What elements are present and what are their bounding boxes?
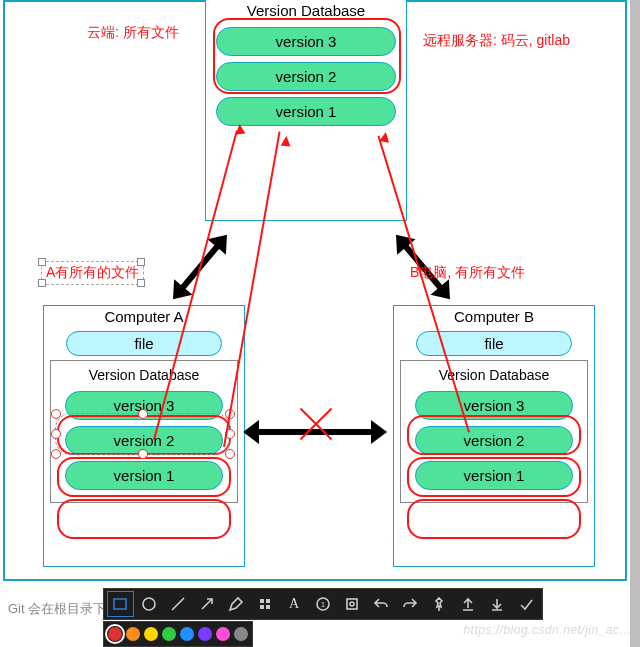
tool-confirm-icon[interactable] xyxy=(513,592,538,616)
palette-swatch[interactable] xyxy=(180,627,194,641)
scrollbar[interactable] xyxy=(630,0,640,647)
tool-marker-icon[interactable] xyxy=(253,592,278,616)
computer-b-version-database: Version Database version 3 version 2 ver… xyxy=(400,360,588,503)
svg-line-3 xyxy=(202,599,212,609)
svg-point-1 xyxy=(143,598,155,610)
selection-handle[interactable] xyxy=(38,258,46,266)
svg-rect-0 xyxy=(114,599,126,609)
computer-b-version-item: version 2 xyxy=(415,426,573,455)
tool-line-icon[interactable] xyxy=(166,592,191,616)
palette-swatch[interactable] xyxy=(144,627,158,641)
tool-arrow-icon[interactable] xyxy=(195,592,220,616)
computer-a-box: Computer A file Version Database version… xyxy=(43,305,245,567)
computer-a-title: Computer A xyxy=(44,306,244,327)
svg-line-2 xyxy=(172,598,184,610)
svg-rect-4 xyxy=(260,599,264,603)
annotation-a-has-selected[interactable]: A有所有的文件 xyxy=(41,261,144,285)
computer-a-db-title: Version Database xyxy=(55,365,233,385)
tool-undo-icon[interactable] xyxy=(368,592,393,616)
tool-step-icon[interactable]: 1 xyxy=(311,592,336,616)
color-palette xyxy=(103,621,253,647)
tool-redo-icon[interactable] xyxy=(397,592,422,616)
palette-swatch[interactable] xyxy=(198,627,212,641)
palette-swatch[interactable] xyxy=(126,627,140,641)
svg-rect-10 xyxy=(347,599,357,609)
computer-a-version-item: version 2 xyxy=(65,426,223,455)
annotation-toolbar: A 1 xyxy=(103,588,543,620)
watermark-text: https://blog.csdn.net/jin_ac… xyxy=(463,623,632,637)
tool-upload-icon[interactable] xyxy=(455,592,480,616)
diagram-frame: Version Database version 3 version 2 ver… xyxy=(3,0,627,581)
diagram-stage: Version Database version 3 version 2 ver… xyxy=(0,0,640,647)
sync-arrow-server-a xyxy=(151,217,248,317)
annotation-remote: 远程服务器: 码云, gitlab xyxy=(423,32,570,50)
tool-pin-icon[interactable] xyxy=(426,592,451,616)
server-version-item: version 1 xyxy=(216,97,396,126)
svg-rect-7 xyxy=(266,605,270,609)
palette-swatch[interactable] xyxy=(234,627,248,641)
server-title: Version Database xyxy=(206,0,406,21)
tool-text-icon[interactable]: A xyxy=(282,592,307,616)
tool-eraser-icon[interactable] xyxy=(340,592,365,616)
annotation-cloud: 云端: 所有文件 xyxy=(87,24,179,42)
computer-a-version-item: version 1 xyxy=(65,461,223,490)
palette-swatch[interactable] xyxy=(216,627,230,641)
server-version-item: version 3 xyxy=(216,27,396,56)
tool-rectangle-icon[interactable] xyxy=(108,592,133,616)
annotation-arrowhead xyxy=(379,131,391,143)
svg-text:1: 1 xyxy=(321,600,326,609)
annotation-b-has: B电脑, 有所有文件 xyxy=(410,264,525,282)
tool-pencil-icon[interactable] xyxy=(224,592,249,616)
selection-handle[interactable] xyxy=(38,279,46,287)
palette-swatch[interactable] xyxy=(162,627,176,641)
computer-b-version-item: version 3 xyxy=(415,391,573,420)
computer-b-db-title: Version Database xyxy=(405,365,583,385)
svg-rect-5 xyxy=(266,599,270,603)
direct-arrow-a-b xyxy=(245,417,385,447)
server-version-database: Version Database version 3 version 2 ver… xyxy=(205,0,407,221)
computer-b-version-item: version 1 xyxy=(415,461,573,490)
computer-a-version-item: version 3 xyxy=(65,391,223,420)
svg-point-11 xyxy=(350,602,354,606)
annotation-arrowhead xyxy=(281,136,292,147)
annotation-arrowhead xyxy=(235,124,246,135)
computer-a-version-database: Version Database version 3 version 2 ver… xyxy=(50,360,238,503)
tool-download-icon[interactable] xyxy=(484,592,509,616)
computer-a-file: file xyxy=(66,331,222,356)
tool-ellipse-icon[interactable] xyxy=(137,592,162,616)
computer-b-box: Computer B file Version Database version… xyxy=(393,305,595,567)
computer-b-file: file xyxy=(416,331,572,356)
palette-swatch[interactable] xyxy=(108,627,122,641)
selection-handle[interactable] xyxy=(137,279,145,287)
server-version-item: version 2 xyxy=(216,62,396,91)
svg-rect-6 xyxy=(260,605,264,609)
selection-handle[interactable] xyxy=(137,258,145,266)
